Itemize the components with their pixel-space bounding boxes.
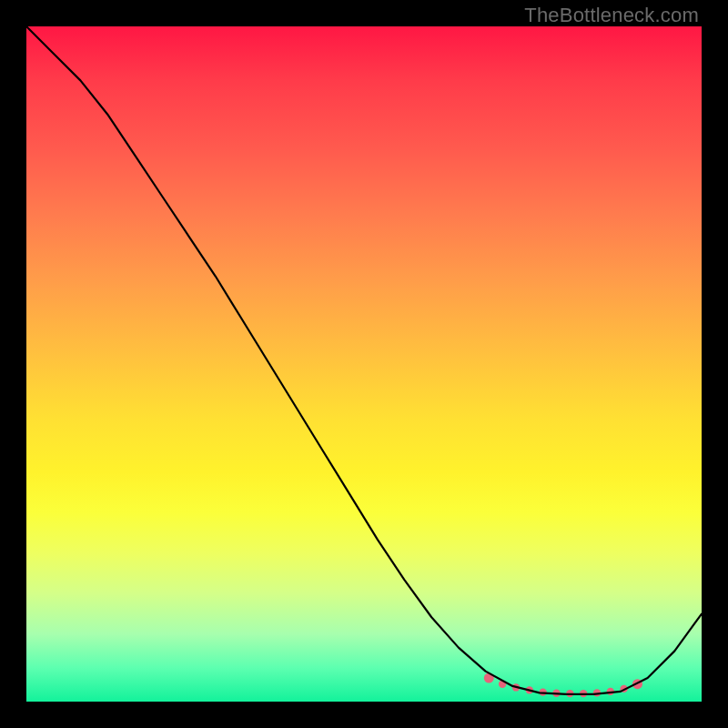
plot-area <box>26 26 702 702</box>
chart-frame: TheBottleneck.com <box>0 0 728 728</box>
watermark-text: TheBottleneck.com <box>524 4 699 27</box>
bottleneck-curve <box>26 26 702 694</box>
chart-svg <box>26 26 702 702</box>
